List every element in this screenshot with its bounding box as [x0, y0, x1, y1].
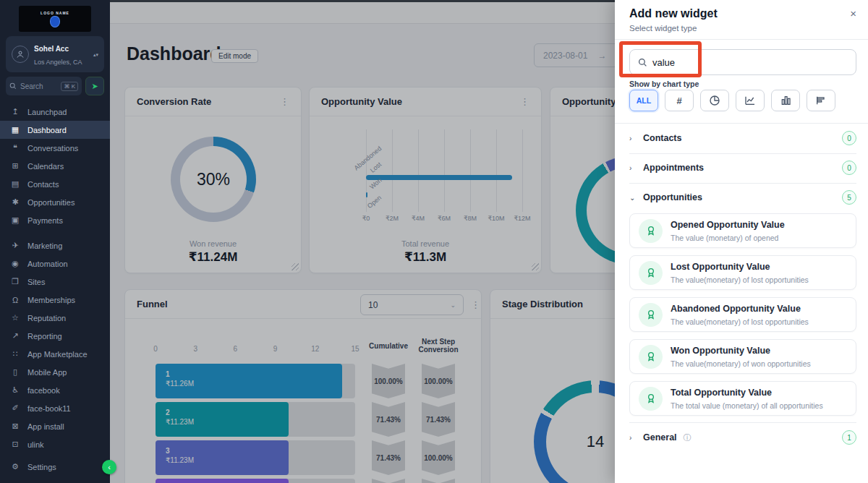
sidebar-item-calendars[interactable]: ⊞Calendars [0, 157, 110, 175]
search-icon [9, 82, 17, 90]
contacts-icon: ▤ [10, 179, 20, 189]
sidebar-item-ulink[interactable]: ⊡ulink [0, 435, 110, 453]
logo-text: LOGO NAME [41, 11, 69, 15]
sidebar-item-app-marketplace[interactable]: ∷App Marketplace [0, 345, 110, 363]
conversations-icon: ❝ [10, 143, 20, 153]
section-label: Appointments [643, 163, 704, 173]
reputation-icon: ☆ [10, 313, 20, 322]
nav-label: Sites [27, 278, 45, 286]
count-badge: 0 [842, 161, 856, 175]
app-install-icon: ⊠ [10, 422, 20, 431]
sidebar-item-settings[interactable]: ⚙Settings [0, 458, 110, 476]
sidebar-item-app-install[interactable]: ⊠App install [0, 417, 110, 435]
filter-line-chart-icon[interactable] [736, 90, 765, 111]
chevron-down-icon: ⌄ [629, 194, 637, 202]
nav-label: App install [27, 422, 64, 431]
chevron-right-icon: › [629, 164, 637, 172]
nav-label: Automation [27, 260, 68, 268]
nav-label: App Marketplace [27, 350, 88, 359]
reporting-icon: ↗ [10, 331, 20, 341]
medal-icon [645, 351, 657, 362]
marketing-icon: ✈ [10, 241, 20, 250]
filter-number-widget-icon[interactable]: # [665, 90, 694, 111]
widget-option-title: Opened Opportunity Value [671, 220, 785, 230]
widget-option-lost-opportunity-value[interactable]: Lost Opportunity ValueThe value(monetary… [629, 255, 856, 290]
widget-option-desc: The value(monetary) of lost opportunitie… [671, 317, 809, 326]
chevron-right-icon: › [629, 434, 637, 442]
logo-crest-icon [50, 16, 60, 27]
mobile-app-icon: ▯ [10, 367, 20, 377]
sidebar-item-reputation[interactable]: ☆Reputation [0, 309, 110, 327]
logo[interactable]: LOGO NAME [19, 6, 91, 32]
filter-pie-chart-icon[interactable] [700, 90, 729, 111]
filter-column-chart-icon[interactable] [771, 90, 800, 111]
sidebar-item-marketing[interactable]: ✈Marketing [0, 236, 110, 255]
section-general[interactable]: › General ⓘ 1 [629, 427, 856, 448]
account-name: Sohel Acc [34, 45, 69, 53]
ulink-icon: ⊡ [10, 440, 20, 449]
widget-option-opened-opportunity-value[interactable]: Opened Opportunity ValueThe value (monet… [629, 213, 856, 248]
widget-option-desc: The total value (monetary) of all opport… [671, 401, 823, 410]
section-contacts[interactable]: › Contacts 0 [629, 127, 856, 149]
widget-option-desc: The value(monetary) of won opportunities [671, 359, 811, 368]
sidebar-item-payments[interactable]: ▣Payments [0, 211, 110, 229]
sidebar: LOGO NAME Sohel Acc Los Angeles, CA ▴▾ S… [0, 0, 110, 483]
panel-title: Add new widget [629, 7, 718, 20]
nav-label: Opportunities [27, 198, 75, 207]
widget-option-title: Total Opportunity Value [671, 388, 772, 398]
launchpad-icon: ↥ [10, 107, 20, 116]
sidebar-item-face-book11[interactable]: ✐face-book11 [0, 399, 110, 417]
widget-option-title: Abandoned Opportunity Value [671, 304, 801, 314]
widget-option-won-opportunity-value[interactable]: Won Opportunity ValueThe value(monetary)… [629, 339, 856, 374]
dashboard-icon: ▦ [10, 125, 20, 134]
show-by-chart-type-label: Show by chart type [629, 80, 699, 88]
nav-label: Launchpad [27, 108, 67, 116]
annotation-highlight-box [619, 41, 702, 77]
sidebar-item-automation[interactable]: ◉Automation [0, 255, 110, 273]
sidebar-search-input[interactable]: Search ⌘ K [6, 77, 82, 95]
medal-icon [645, 225, 657, 236]
sidebar-item-sites[interactable]: ❐Sites [0, 273, 110, 291]
sites-icon: ❐ [10, 277, 20, 286]
quick-launch-button[interactable]: ➤ [85, 77, 104, 95]
sidebar-item-mobile-app[interactable]: ▯Mobile App [0, 363, 110, 381]
nav-label: Dashboard [27, 126, 67, 134]
widget-option-abandoned-opportunity-value[interactable]: Abandoned Opportunity ValueThe value(mon… [629, 297, 856, 332]
count-badge: 1 [842, 430, 856, 445]
avatar [12, 46, 29, 63]
nav-label: facebook [27, 386, 60, 395]
widget-option-desc: The value (monetary) of opened [671, 234, 778, 242]
sidebar-item-reporting[interactable]: ↗Reporting [0, 327, 110, 345]
account-switcher[interactable]: Sohel Acc Los Angeles, CA ▴▾ [6, 36, 104, 72]
sidebar-item-facebook[interactable]: ♿facebook [0, 381, 110, 399]
nav-label: face-book11 [27, 404, 71, 413]
sidebar-item-opportunities[interactable]: ✱Opportunities [0, 193, 110, 211]
filter-all-button[interactable]: ALL [629, 90, 658, 111]
filter-horizontal-bar-chart-icon[interactable] [807, 90, 835, 111]
nav-label: Memberships [27, 296, 75, 304]
facebook-icon: ♿ [10, 385, 20, 395]
nav-label: ulink [27, 440, 44, 449]
nav-label: Reputation [27, 314, 66, 322]
sidebar-item-launchpad[interactable]: ↥Launchpad [0, 103, 110, 121]
nav-label: Settings [27, 463, 56, 471]
sidebar-item-dashboard[interactable]: ▦Dashboard [0, 121, 110, 139]
medal-icon [645, 267, 657, 278]
section-opportunities[interactable]: ⌄ Opportunities 5 [629, 187, 856, 208]
chevron-right-icon: › [629, 134, 637, 142]
widget-option-total-opportunity-value[interactable]: Total Opportunity ValueThe total value (… [629, 381, 856, 416]
nav-label: Conversations [27, 144, 78, 153]
app-marketplace-icon: ∷ [10, 349, 20, 359]
sidebar-collapse-button[interactable]: ‹ [102, 460, 116, 474]
widget-option-title: Won Opportunity Value [671, 346, 770, 356]
sidebar-item-memberships[interactable]: ΩMemberships [0, 291, 110, 309]
sidebar-item-conversations[interactable]: ❝Conversations [0, 139, 110, 157]
close-icon[interactable]: × [850, 7, 856, 20]
search-shortcut-badge: ⌘ K [61, 82, 78, 91]
nav-label: Payments [27, 216, 63, 225]
section-appointments[interactable]: › Appointments 0 [629, 157, 856, 179]
account-location: Los Angeles, CA [34, 59, 82, 66]
sidebar-item-contacts[interactable]: ▤Contacts [0, 175, 110, 193]
count-badge: 5 [842, 190, 856, 205]
widget-option-desc: The value(monetary) of lost opportunitie… [671, 275, 809, 284]
